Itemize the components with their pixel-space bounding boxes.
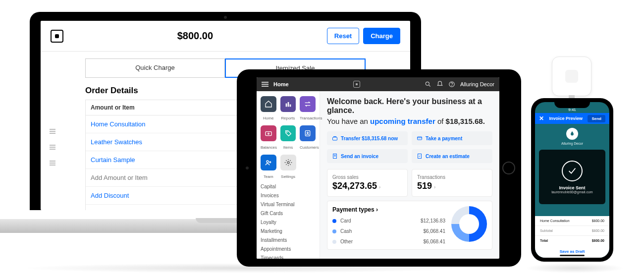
svg-rect-4 — [285, 104, 287, 107]
tile-items[interactable] — [280, 125, 296, 141]
tile-balances[interactable] — [261, 125, 276, 141]
svg-point-9 — [286, 132, 287, 132]
tile-label: Team — [261, 174, 276, 179]
dashboard-app: Home Alluring Decor HomeReportsTransacti… — [257, 77, 499, 259]
svg-point-3 — [452, 86, 452, 86]
chevron-right-icon: › — [376, 206, 378, 213]
shadow — [20, 263, 466, 273]
square-logo-icon — [51, 30, 63, 43]
sidebar-link[interactable]: Marketing — [261, 228, 316, 234]
sidebar-link[interactable]: Capital — [261, 184, 316, 189]
payment-row: Cash$6,068.41 — [332, 228, 445, 234]
tile-label: Items — [280, 145, 296, 150]
drag-handle-icon[interactable] — [50, 129, 55, 134]
welcome-heading: Welcome back. Here's your business at a … — [327, 97, 492, 115]
chevron-right-icon: › — [379, 184, 380, 190]
invoice-header: ✕ Invoice Preview Send — [535, 113, 609, 124]
legend-dot-icon — [332, 219, 336, 223]
tablet-home-button[interactable] — [502, 162, 515, 174]
invoice-app: 9:41 ✕ Invoice Preview Send Alluring Dec… — [535, 102, 609, 258]
svg-point-13 — [269, 162, 271, 163]
invoice-sent-toast: Invoice Sent laurennoble80@gmail.com — [539, 150, 605, 204]
svg-point-11 — [307, 132, 309, 133]
payment-types-card: Payment types › Card$12,136.83 Cash$6,06… — [327, 201, 492, 250]
tile-reports[interactable] — [280, 96, 296, 112]
svg-rect-6 — [289, 105, 291, 107]
payment-types-heading[interactable]: Payment types — [332, 206, 375, 213]
payment-types-donut-chart — [451, 206, 487, 242]
tab-quick-charge[interactable]: Quick Charge — [85, 58, 225, 78]
svg-point-8 — [268, 133, 269, 134]
action-create-estimate[interactable]: Create an estimate — [412, 149, 492, 163]
tile-label: Settings — [280, 174, 296, 179]
legend-dot-icon — [332, 229, 336, 233]
svg-point-14 — [287, 162, 289, 164]
merchant-logo-icon — [566, 128, 578, 140]
welcome-subheading: You have an upcoming transfer of $18,315… — [327, 117, 492, 125]
subtotal-label: Subtotal — [540, 229, 553, 232]
drag-handle-icon[interactable] — [50, 161, 55, 166]
svg-rect-16 — [418, 137, 422, 140]
phone-home-indicator[interactable] — [560, 255, 585, 256]
sidebar-link[interactable]: Loyalty — [261, 220, 316, 225]
svg-rect-7 — [266, 132, 271, 136]
checkmark-circle-icon — [562, 161, 583, 181]
svg-point-0 — [426, 82, 429, 85]
laptop-camera — [224, 16, 227, 19]
account-name[interactable]: Alluring Decor — [460, 81, 494, 87]
subtotal-label: Subtotal — [91, 210, 114, 210]
help-icon[interactable] — [448, 81, 455, 88]
merchant-brand: Alluring Decor — [535, 124, 609, 149]
add-discount-link[interactable]: Add Discount — [91, 192, 129, 199]
menu-icon[interactable] — [262, 82, 268, 87]
svg-line-1 — [429, 85, 430, 87]
tile-label: Home — [261, 116, 276, 120]
send-button[interactable]: Send — [588, 115, 605, 122]
sidebar-link[interactable]: Timecards — [261, 255, 316, 259]
tablet-camera — [246, 167, 249, 169]
square-logo-icon — [353, 81, 360, 88]
chevron-right-icon: › — [434, 184, 435, 190]
stat-gross-sales[interactable]: Gross sales $24,273.65› — [327, 169, 408, 197]
bell-icon[interactable] — [436, 81, 443, 88]
action-transfer[interactable]: Transfer $18,315.68 now — [327, 131, 408, 145]
charge-amount: $800.00 — [63, 30, 327, 42]
close-icon[interactable]: ✕ — [539, 115, 544, 122]
sidebar-link[interactable]: Appointments — [261, 246, 316, 252]
line-item-name: Home Consultation — [540, 219, 570, 223]
drag-handle-icon[interactable] — [50, 145, 55, 150]
sidebar-link[interactable]: Gift Cards — [261, 211, 316, 216]
action-take-payment[interactable]: Take a payment — [412, 131, 492, 145]
invoice-title: Invoice Preview — [549, 116, 583, 121]
dashboard-main: Welcome back. Here's your business at a … — [320, 91, 499, 259]
svg-rect-15 — [333, 137, 337, 140]
tile-transactions[interactable] — [300, 96, 316, 112]
upcoming-transfer-link[interactable]: upcoming transfer — [370, 117, 435, 125]
stat-transactions[interactable]: Transactions 519› — [412, 169, 492, 197]
charge-button[interactable]: Charge — [363, 28, 400, 44]
tablet-device: Home Alluring Decor HomeReportsTransacti… — [237, 69, 521, 267]
topbar-section: Home — [273, 81, 289, 87]
dashboard-topbar: Home Alluring Decor — [257, 77, 499, 91]
shadow — [525, 263, 624, 273]
tile-settings[interactable] — [280, 155, 296, 170]
sidebar-link[interactable]: Installments — [261, 237, 316, 243]
tile-label: Customers — [300, 145, 316, 150]
square-reader-device — [552, 56, 591, 96]
svg-rect-5 — [287, 102, 289, 107]
reset-button[interactable]: Reset — [327, 28, 359, 44]
sidebar-link[interactable]: Virtual Terminal — [261, 202, 316, 207]
phone-notch — [554, 99, 590, 108]
sidebar-link[interactable]: Invoices — [261, 193, 316, 198]
tile-team[interactable] — [261, 155, 276, 170]
action-send-invoice[interactable]: Send an invoice — [327, 149, 408, 163]
tile-home[interactable] — [261, 96, 276, 112]
search-icon[interactable] — [425, 81, 431, 88]
invoice-summary-sheet: Home Consultation$800.00 Subtotal$800.00… — [535, 216, 609, 258]
dashboard-sidebar: HomeReportsTransactions BalancesItemsCus… — [257, 91, 320, 259]
line-item-price: $800.00 — [592, 219, 604, 223]
tile-customers[interactable] — [300, 125, 316, 141]
legend-dot-icon — [332, 240, 336, 244]
payment-row: Card$12,136.83 — [332, 218, 445, 223]
payment-row: Other$6,068.41 — [332, 239, 445, 244]
